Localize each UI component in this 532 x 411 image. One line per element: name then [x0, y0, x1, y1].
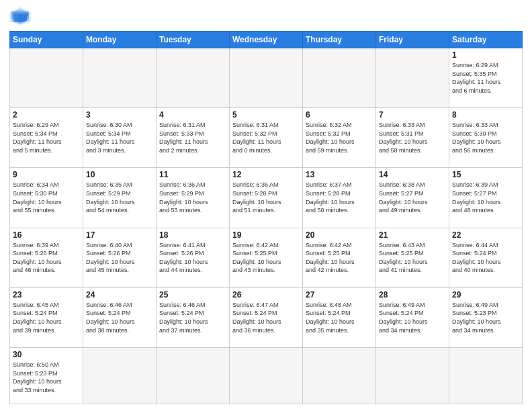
- calendar-cell: 25Sunrise: 6:46 AM Sunset: 5:24 PM Dayli…: [157, 287, 230, 347]
- day-info: Sunrise: 6:48 AM Sunset: 5:24 PM Dayligh…: [306, 301, 373, 334]
- calendar-cell: 16Sunrise: 6:39 AM Sunset: 5:26 PM Dayli…: [10, 228, 83, 287]
- day-number: 30: [13, 350, 80, 359]
- day-number: 15: [452, 170, 519, 179]
- calendar-cell: 14Sunrise: 6:38 AM Sunset: 5:27 PM Dayli…: [376, 168, 449, 228]
- calendar-cell: 22Sunrise: 6:44 AM Sunset: 5:24 PM Dayli…: [449, 228, 523, 287]
- weekday-header-saturday: Saturday: [449, 32, 523, 48]
- calendar-cell: 21Sunrise: 6:43 AM Sunset: 5:25 PM Dayli…: [376, 228, 449, 287]
- day-info: Sunrise: 6:29 AM Sunset: 5:34 PM Dayligh…: [13, 121, 80, 154]
- header: [9, 7, 523, 26]
- day-info: Sunrise: 6:29 AM Sunset: 5:35 PM Dayligh…: [452, 61, 519, 95]
- weekday-header-sunday: Sunday: [10, 32, 83, 48]
- calendar-cell: 24Sunrise: 6:46 AM Sunset: 5:24 PM Dayli…: [83, 287, 157, 347]
- weekday-header-monday: Monday: [83, 32, 157, 48]
- day-info: Sunrise: 6:42 AM Sunset: 5:25 PM Dayligh…: [232, 241, 300, 275]
- day-info: Sunrise: 6:49 AM Sunset: 5:24 PM Dayligh…: [379, 301, 446, 334]
- day-info: Sunrise: 6:42 AM Sunset: 5:25 PM Dayligh…: [306, 241, 373, 275]
- day-info: Sunrise: 6:31 AM Sunset: 5:33 PM Dayligh…: [159, 121, 226, 154]
- week-row-6: 30Sunrise: 6:50 AM Sunset: 5:23 PM Dayli…: [10, 348, 523, 404]
- day-info: Sunrise: 6:46 AM Sunset: 5:24 PM Dayligh…: [86, 301, 153, 334]
- day-number: 21: [379, 230, 446, 240]
- week-row-1: 1Sunrise: 6:29 AM Sunset: 5:35 PM Daylig…: [10, 48, 523, 108]
- day-number: 19: [232, 230, 300, 240]
- calendar-cell: 4Sunrise: 6:31 AM Sunset: 5:33 PM Daylig…: [157, 108, 230, 168]
- day-number: 5: [232, 110, 300, 120]
- day-number: 18: [159, 230, 226, 240]
- calendar-cell: [303, 48, 376, 108]
- day-info: Sunrise: 6:37 AM Sunset: 5:28 PM Dayligh…: [306, 181, 373, 214]
- day-info: Sunrise: 6:31 AM Sunset: 5:32 PM Dayligh…: [232, 121, 300, 154]
- calendar-cell: [157, 348, 230, 404]
- calendar-cell: 6Sunrise: 6:32 AM Sunset: 5:32 PM Daylig…: [303, 108, 376, 168]
- day-number: 3: [86, 110, 153, 120]
- day-info: Sunrise: 6:39 AM Sunset: 5:27 PM Dayligh…: [452, 181, 519, 214]
- day-number: 2: [13, 110, 80, 120]
- logo: [9, 7, 34, 26]
- week-row-2: 2Sunrise: 6:29 AM Sunset: 5:34 PM Daylig…: [10, 108, 523, 168]
- day-info: Sunrise: 6:30 AM Sunset: 5:34 PM Dayligh…: [86, 121, 153, 154]
- calendar-cell: [10, 48, 83, 108]
- weekday-header-thursday: Thursday: [303, 32, 376, 48]
- day-number: 8: [452, 110, 519, 120]
- day-info: Sunrise: 6:46 AM Sunset: 5:24 PM Dayligh…: [159, 301, 226, 334]
- day-info: Sunrise: 6:43 AM Sunset: 5:25 PM Dayligh…: [379, 241, 446, 275]
- day-number: 14: [379, 170, 446, 179]
- calendar-cell: 5Sunrise: 6:31 AM Sunset: 5:32 PM Daylig…: [230, 108, 303, 168]
- day-number: 16: [13, 230, 80, 240]
- calendar-cell: 19Sunrise: 6:42 AM Sunset: 5:25 PM Dayli…: [230, 228, 303, 287]
- week-row-5: 23Sunrise: 6:45 AM Sunset: 5:24 PM Dayli…: [10, 287, 523, 347]
- calendar-cell: 23Sunrise: 6:45 AM Sunset: 5:24 PM Dayli…: [10, 287, 83, 347]
- day-info: Sunrise: 6:36 AM Sunset: 5:29 PM Dayligh…: [159, 181, 226, 214]
- day-info: Sunrise: 6:47 AM Sunset: 5:24 PM Dayligh…: [232, 301, 300, 334]
- calendar-cell: 3Sunrise: 6:30 AM Sunset: 5:34 PM Daylig…: [83, 108, 157, 168]
- calendar-cell: [230, 348, 303, 404]
- day-number: 27: [306, 290, 373, 300]
- calendar-cell: [83, 48, 157, 108]
- day-info: Sunrise: 6:41 AM Sunset: 5:26 PM Dayligh…: [159, 241, 226, 275]
- calendar-cell: 27Sunrise: 6:48 AM Sunset: 5:24 PM Dayli…: [303, 287, 376, 347]
- day-number: 13: [306, 170, 373, 179]
- calendar-cell: 18Sunrise: 6:41 AM Sunset: 5:26 PM Dayli…: [157, 228, 230, 287]
- calendar-cell: 8Sunrise: 6:33 AM Sunset: 5:30 PM Daylig…: [449, 108, 523, 168]
- day-number: 20: [306, 230, 373, 240]
- day-number: 26: [232, 290, 300, 300]
- calendar-cell: 11Sunrise: 6:36 AM Sunset: 5:29 PM Dayli…: [157, 168, 230, 228]
- weekday-header-tuesday: Tuesday: [157, 32, 230, 48]
- weekday-header-row: SundayMondayTuesdayWednesdayThursdayFrid…: [10, 32, 523, 48]
- day-info: Sunrise: 6:32 AM Sunset: 5:32 PM Dayligh…: [306, 121, 373, 154]
- calendar-cell: [376, 48, 449, 108]
- day-number: 28: [379, 290, 446, 300]
- day-number: 4: [159, 110, 226, 120]
- week-row-4: 16Sunrise: 6:39 AM Sunset: 5:26 PM Dayli…: [10, 228, 523, 287]
- calendar-cell: 26Sunrise: 6:47 AM Sunset: 5:24 PM Dayli…: [230, 287, 303, 347]
- day-info: Sunrise: 6:33 AM Sunset: 5:31 PM Dayligh…: [379, 121, 446, 154]
- day-number: 17: [86, 230, 153, 240]
- day-number: 9: [13, 170, 80, 179]
- svg-rect-4: [18, 15, 27, 21]
- general-blue-icon: [9, 7, 31, 26]
- day-number: 29: [452, 290, 519, 300]
- day-info: Sunrise: 6:49 AM Sunset: 5:23 PM Dayligh…: [452, 301, 519, 334]
- calendar-cell: 10Sunrise: 6:35 AM Sunset: 5:29 PM Dayli…: [83, 168, 157, 228]
- calendar-cell: 28Sunrise: 6:49 AM Sunset: 5:24 PM Dayli…: [376, 287, 449, 347]
- day-number: 10: [86, 170, 153, 179]
- week-row-3: 9Sunrise: 6:34 AM Sunset: 5:30 PM Daylig…: [10, 168, 523, 228]
- calendar-cell: 9Sunrise: 6:34 AM Sunset: 5:30 PM Daylig…: [10, 168, 83, 228]
- calendar-cell: [449, 348, 523, 404]
- day-info: Sunrise: 6:38 AM Sunset: 5:27 PM Dayligh…: [379, 181, 446, 214]
- calendar-cell: 15Sunrise: 6:39 AM Sunset: 5:27 PM Dayli…: [449, 168, 523, 228]
- calendar-cell: 2Sunrise: 6:29 AM Sunset: 5:34 PM Daylig…: [10, 108, 83, 168]
- day-info: Sunrise: 6:45 AM Sunset: 5:24 PM Dayligh…: [13, 301, 80, 334]
- day-info: Sunrise: 6:33 AM Sunset: 5:30 PM Dayligh…: [452, 121, 519, 154]
- calendar-cell: 30Sunrise: 6:50 AM Sunset: 5:23 PM Dayli…: [10, 348, 83, 404]
- day-number: 7: [379, 110, 446, 120]
- calendar-table: SundayMondayTuesdayWednesdayThursdayFrid…: [9, 31, 523, 404]
- calendar-cell: 17Sunrise: 6:40 AM Sunset: 5:26 PM Dayli…: [83, 228, 157, 287]
- weekday-header-wednesday: Wednesday: [230, 32, 303, 48]
- calendar-cell: [376, 348, 449, 404]
- calendar-cell: [157, 48, 230, 108]
- calendar-cell: 29Sunrise: 6:49 AM Sunset: 5:23 PM Dayli…: [449, 287, 523, 347]
- calendar-cell: [303, 348, 376, 404]
- calendar-cell: [83, 348, 157, 404]
- day-info: Sunrise: 6:36 AM Sunset: 5:28 PM Dayligh…: [232, 181, 300, 214]
